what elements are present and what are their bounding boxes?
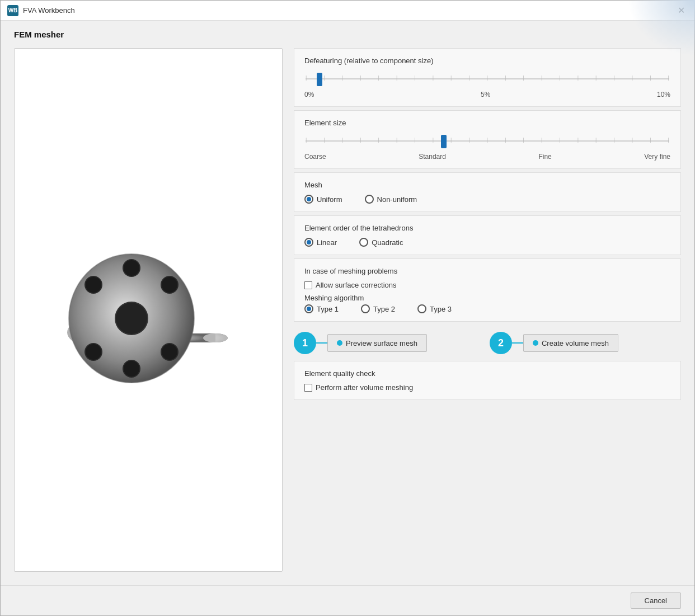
order-quadratic-radio[interactable] bbox=[359, 238, 368, 247]
dialog-title: FEM mesher bbox=[14, 30, 681, 39]
element-size-slider-labels: Coarse Standard Fine Very fine bbox=[304, 153, 670, 161]
defeaturing-section: Defeaturing (relative to component size)… bbox=[294, 48, 681, 107]
mesh-section: Mesh Uniform Non-uniform bbox=[294, 172, 681, 212]
main-content: Defeaturing (relative to component size)… bbox=[14, 48, 681, 572]
main-window: WB FVA Workbench ✕ FEM mesher bbox=[0, 0, 695, 616]
preview-btn-dot bbox=[337, 340, 342, 346]
svg-point-8 bbox=[124, 260, 139, 276]
title-bar-left: WB FVA Workbench bbox=[7, 5, 75, 16]
mesh-section-label: Mesh bbox=[304, 181, 670, 189]
create-volume-mesh-label: Create volume mesh bbox=[542, 339, 609, 347]
svg-point-12 bbox=[162, 344, 177, 360]
create-btn-dot bbox=[533, 340, 538, 346]
allow-surface-corrections-checkbox[interactable]: Allow surface corrections bbox=[304, 281, 670, 289]
algorithm-type3-radio[interactable] bbox=[417, 304, 426, 313]
order-linear-option[interactable]: Linear bbox=[304, 238, 337, 247]
preview-surface-mesh-label: Preview surface mesh bbox=[346, 339, 417, 347]
element-size-slider-handle[interactable] bbox=[441, 135, 447, 148]
order-quadratic-option[interactable]: Quadratic bbox=[359, 238, 403, 247]
algorithm-type3-label: Type 3 bbox=[430, 305, 452, 313]
algorithm-type2-radio[interactable] bbox=[361, 304, 370, 313]
element-quality-section: Element quality check Perform after volu… bbox=[294, 361, 681, 400]
element-size-label: Element size bbox=[304, 119, 670, 127]
algorithm-type1-label: Type 1 bbox=[317, 305, 339, 313]
order-linear-label: Linear bbox=[317, 238, 337, 247]
order-quadratic-label: Quadratic bbox=[372, 238, 403, 247]
algorithm-radio-group: Type 1 Type 2 Type 3 bbox=[304, 304, 670, 313]
defeaturing-slider-handle[interactable] bbox=[317, 73, 322, 86]
element-size-section: Element size | | | | | | | | | bbox=[294, 110, 681, 169]
algorithm-label: Meshing algorithm bbox=[304, 294, 670, 302]
mesh-uniform-label: Uniform bbox=[317, 195, 342, 204]
algorithm-type2-option[interactable]: Type 2 bbox=[361, 304, 395, 313]
algorithm-type1-radio[interactable] bbox=[304, 304, 313, 313]
meshing-problems-section: In case of meshing problems Allow surfac… bbox=[294, 258, 681, 322]
svg-point-14 bbox=[124, 361, 139, 377]
svg-point-6 bbox=[116, 303, 147, 334]
order-linear-radio[interactable] bbox=[304, 238, 313, 247]
perform-after-label: Perform after volume meshing bbox=[316, 383, 413, 392]
preview-badge-line bbox=[316, 342, 327, 344]
preview-badge: 1 bbox=[294, 332, 316, 354]
title-bar: WB FVA Workbench ✕ bbox=[1, 1, 694, 21]
create-badge: 2 bbox=[490, 332, 512, 354]
app-title: FVA Workbench bbox=[23, 6, 75, 15]
close-button[interactable]: ✕ bbox=[674, 4, 688, 17]
svg-point-18 bbox=[86, 344, 101, 360]
mesh-radio-group: Uniform Non-uniform bbox=[304, 195, 670, 204]
window-body: FEM mesher bbox=[1, 21, 694, 585]
perform-after-box[interactable] bbox=[304, 384, 312, 392]
settings-panel: Defeaturing (relative to component size)… bbox=[294, 48, 681, 572]
action-buttons-row: 1 Preview surface mesh 2 Create volume m… bbox=[294, 332, 681, 354]
svg-point-16 bbox=[86, 277, 101, 293]
defeaturing-label: Defeaturing (relative to component size) bbox=[304, 57, 670, 65]
algorithm-type3-option[interactable]: Type 3 bbox=[417, 304, 452, 313]
create-badge-line bbox=[512, 342, 523, 344]
preview-panel bbox=[14, 48, 283, 572]
mesh-nonuniform-option[interactable]: Non-uniform bbox=[365, 195, 417, 204]
cancel-button[interactable]: Cancel bbox=[631, 593, 681, 609]
mesh-nonuniform-radio[interactable] bbox=[365, 195, 374, 204]
app-icon: WB bbox=[7, 5, 18, 16]
mesh-nonuniform-label: Non-uniform bbox=[377, 195, 417, 204]
defeaturing-slider-labels: 0% 5% 10% bbox=[304, 91, 670, 98]
algorithm-type2-label: Type 2 bbox=[373, 305, 395, 313]
element-order-section: Element order of the tetrahedrons Linear… bbox=[294, 215, 681, 255]
mesh-uniform-option[interactable]: Uniform bbox=[304, 195, 342, 204]
element-quality-label: Element quality check bbox=[304, 369, 670, 378]
perform-after-checkbox[interactable]: Perform after volume meshing bbox=[304, 383, 670, 392]
element-order-label: Element order of the tetrahedrons bbox=[304, 224, 670, 232]
svg-point-20 bbox=[203, 333, 228, 342]
bottom-bar: Cancel bbox=[1, 585, 694, 615]
algorithm-type1-option[interactable]: Type 1 bbox=[304, 304, 339, 313]
svg-point-10 bbox=[162, 277, 177, 293]
part-preview bbox=[42, 204, 255, 416]
allow-surface-corrections-label: Allow surface corrections bbox=[316, 281, 397, 289]
mesh-uniform-radio[interactable] bbox=[304, 195, 313, 204]
preview-surface-mesh-button[interactable]: Preview surface mesh bbox=[327, 334, 427, 352]
element-order-radio-group: Linear Quadratic bbox=[304, 238, 670, 247]
allow-surface-corrections-box[interactable] bbox=[304, 281, 312, 289]
meshing-problems-label: In case of meshing problems bbox=[304, 267, 670, 275]
create-volume-mesh-button[interactable]: Create volume mesh bbox=[523, 334, 618, 352]
